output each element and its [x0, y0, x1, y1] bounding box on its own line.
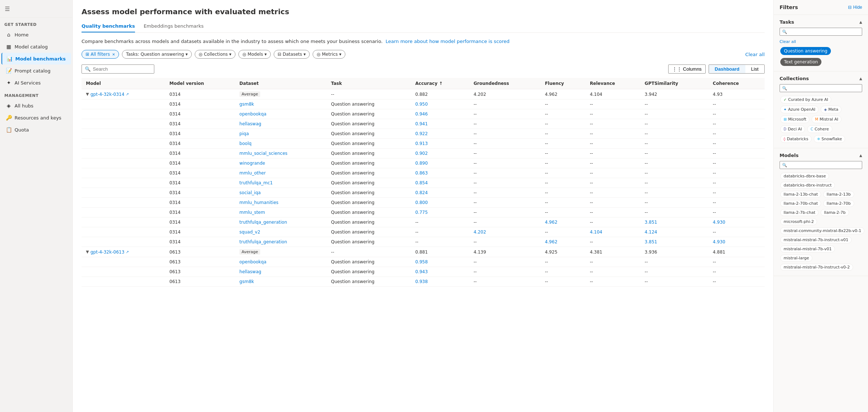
dataset-link[interactable]: gsm8k [239, 102, 254, 107]
models-section-header[interactable]: Models ▲ [780, 153, 862, 158]
question-answering-chip[interactable]: Question answering [780, 47, 831, 55]
sidebar-item-model-catalog[interactable]: ▦ Model catalog [1, 41, 71, 52]
datasets-icon: ⊟ [278, 52, 281, 57]
dataset-link[interactable]: squad_v2 [239, 229, 260, 235]
dataset-link[interactable]: truthfulqa_mc1 [239, 180, 273, 185]
coherence-cell: -- [709, 198, 765, 208]
search-icon: 🔍 [782, 86, 787, 91]
dataset-link[interactable]: mmlu_social_sciences [239, 151, 288, 156]
dataset-link[interactable]: winogrande [239, 161, 265, 166]
home-icon: ⌂ [6, 32, 12, 38]
text-generation-chip[interactable]: Text generation [780, 58, 821, 66]
dataset-cell: truthfulqa_mc1 [235, 178, 327, 188]
model-tag[interactable]: llama-2-7b-chat [780, 209, 819, 216]
sidebar-item-quota[interactable]: 📋 Quota [1, 124, 71, 136]
menu-icon[interactable]: ☰ [1, 3, 13, 15]
model-tag[interactable]: databricks-dbrx-base [780, 173, 829, 180]
all-filters-close[interactable]: ✕ [112, 52, 115, 56]
sidebar-item-prompt-catalog[interactable]: 📝 Prompt catalog [1, 65, 71, 76]
dataset-link[interactable]: truthfulqa_generation [239, 220, 287, 225]
collection-item[interactable]: ⊞Microsoft [780, 115, 809, 123]
fluency-cell: -- [540, 139, 585, 149]
toolbar: 🔍 ⋮⋮ Columns Dashboard List [82, 64, 765, 74]
sidebar-item-resources-and-keys[interactable]: 🔑 Resources and keys [1, 112, 71, 123]
collection-item[interactable]: ❄Snowflake [814, 135, 845, 143]
fluency-cell: -- [540, 158, 585, 168]
collections-filter-chip[interactable]: ◎ Collections ▾ [195, 50, 235, 59]
tasks-clear-button[interactable]: Clear all [780, 39, 796, 44]
tasks-search-input[interactable] [789, 29, 860, 34]
hide-panel-button[interactable]: ⊟ Hide [848, 5, 862, 10]
sidebar-item-all-hubs[interactable]: ◈ All hubs [1, 100, 71, 111]
collections-search-input[interactable] [789, 86, 860, 91]
dataset-link[interactable]: openbookqa [239, 111, 266, 117]
model-tag[interactable]: mistralai-mistral-7b-instruct-v01 [780, 236, 852, 243]
model-tag[interactable]: llama-2-13b [823, 191, 854, 198]
page-title: Assess model performance with evaluated … [82, 7, 765, 16]
tasks-section-header[interactable]: Tasks ▲ [780, 19, 862, 25]
model-tag[interactable]: llama-2-70b-chat [780, 200, 821, 207]
sidebar-item-ai-services[interactable]: ✦ AI Services [1, 77, 71, 89]
model-tag[interactable]: mistralai-mistral-7b-v01 [780, 246, 835, 252]
all-filters-chip[interactable]: ⊞ All filters ✕ [82, 50, 119, 59]
collection-item[interactable]: CCohere [807, 125, 832, 133]
expand-icon[interactable]: ▼ [86, 92, 89, 97]
dataset-link[interactable]: truthfulqa_generation [239, 239, 287, 244]
dataset-link[interactable]: mmlu_stem [239, 210, 265, 215]
sidebar-item-home[interactable]: ⌂ Home [1, 29, 71, 40]
model-tag[interactable]: mistral-community-mixtral-8x22b-v0-1 [780, 227, 864, 234]
collection-item[interactable]: ◊Databricks [780, 135, 812, 143]
learn-more-link[interactable]: Learn more about how model performance i… [385, 39, 510, 44]
search-input[interactable] [93, 66, 151, 72]
tab-quality-benchmarks[interactable]: Quality benchmarks [82, 20, 135, 32]
dataset-link[interactable]: gsm8k [239, 279, 254, 284]
collection-item[interactable]: MMistral AI [812, 115, 841, 123]
collection-item[interactable]: ✦Azure OpenAI [780, 106, 819, 113]
collection-item[interactable]: ✓Curated by Azure AI [780, 96, 831, 103]
model-tag[interactable]: databricks-dbrx-instruct [780, 182, 835, 189]
gpt-similarity-cell: -- [640, 168, 708, 178]
collections-section-header[interactable]: Collections ▲ [780, 76, 862, 81]
model-tag[interactable]: llama-2-70b [823, 200, 854, 207]
model-link[interactable]: gpt-4-32k-0314 [90, 92, 124, 97]
dataset-link[interactable]: hellaswag [239, 269, 261, 274]
dataset-link[interactable]: boolq [239, 141, 251, 146]
model-tag[interactable]: mistral-large [780, 255, 812, 262]
collection-item[interactable]: DDeci AI [780, 125, 805, 133]
dataset-link[interactable]: piqa [239, 131, 249, 136]
groundedness-cell: -- [469, 178, 540, 188]
metrics-filter-chip[interactable]: ◎ Metrics ▾ [313, 50, 345, 59]
collection-item[interactable]: ◈Meta [821, 106, 841, 113]
version-cell: 0314 [165, 119, 235, 129]
dataset-link[interactable]: hellaswag [239, 121, 261, 126]
gpt-similarity-cell: -- [640, 267, 708, 277]
columns-button[interactable]: ⋮⋮ Columns [668, 64, 706, 74]
sidebar-item-label: Model catalog [15, 44, 48, 50]
dataset-link[interactable]: mmlu_humanities [239, 200, 278, 205]
dataset-link[interactable]: openbookqa [239, 259, 266, 264]
tab-embeddings-benchmarks[interactable]: Embeddings benchmarks [144, 20, 204, 32]
model-tag[interactable]: llama-2-13b-chat [780, 191, 821, 198]
model-tag[interactable]: microsoft-phi-2 [780, 218, 817, 225]
dataset-link[interactable]: mmlu_other [239, 170, 266, 176]
version-cell: 0314 [165, 139, 235, 149]
datasets-filter-chip[interactable]: ⊟ Datasets ▾ [274, 50, 310, 59]
version-cell: 0314 [165, 109, 235, 119]
dataset-link[interactable]: social_iqa [239, 190, 261, 195]
accuracy-cell: 0.882 [411, 89, 469, 99]
dashboard-view-button[interactable]: Dashboard [709, 65, 745, 73]
model-tag[interactable]: llama-2-7b [821, 209, 849, 216]
list-view-button[interactable]: List [745, 65, 764, 73]
sidebar-item-model-benchmarks[interactable]: 📊 Model benchmarks [1, 53, 71, 64]
gpt-similarity-cell: -- [640, 139, 708, 149]
tasks-filter-chip[interactable]: Tasks: Question answering ▾ [122, 50, 191, 59]
model-tag[interactable]: mistralai-mistral-7b-instruct-v0-2 [780, 264, 853, 271]
model-link[interactable]: gpt-4-32k-0613 [90, 250, 124, 255]
models-filter-chip[interactable]: ◎ Models ▾ [238, 50, 271, 59]
groundedness-cell: -- [469, 277, 540, 287]
fluency-cell: -- [540, 198, 585, 208]
gpt-similarity-cell: 3.851 [640, 217, 708, 227]
expand-icon[interactable]: ▼ [86, 250, 89, 254]
clear-all-link[interactable]: Clear all [745, 52, 765, 57]
models-search-input[interactable] [789, 162, 860, 168]
